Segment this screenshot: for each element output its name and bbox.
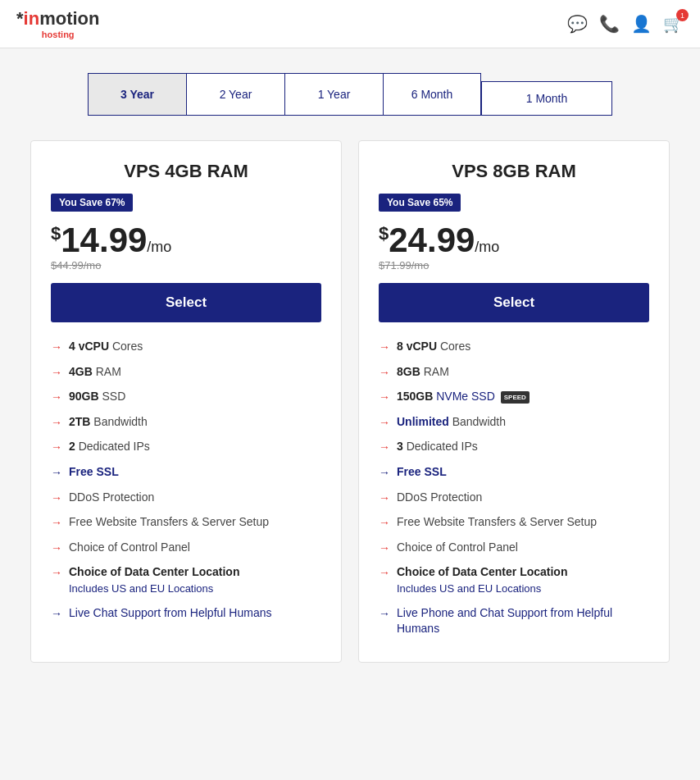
period-1year-btn[interactable]: 1 Year — [284, 73, 383, 116]
logo-sub: hosting — [16, 30, 99, 39]
feature-text: Live Chat Support from Helpful Humans — [69, 605, 271, 622]
user-icon[interactable]: 👤 — [631, 14, 652, 34]
list-item: →8 vCPU Cores — [379, 339, 649, 356]
arrow-icon: → — [51, 606, 62, 623]
arrow-icon: → — [51, 340, 62, 356]
list-item: →3 Dedicated IPs — [379, 439, 649, 456]
feature-text: 8GB RAM — [397, 364, 449, 381]
feature-text: Choice of Data Center LocationIncludes U… — [69, 564, 239, 596]
arrow-icon: → — [51, 515, 62, 531]
arrow-icon: → — [51, 365, 62, 381]
list-item: →2 Dedicated IPs — [51, 439, 321, 456]
arrow-icon: → — [51, 390, 62, 406]
plan-8gb-price-symbol: $ — [379, 223, 389, 244]
feature-text: DDoS Protection — [397, 490, 482, 506]
chat-icon[interactable]: 💬 — [567, 14, 588, 34]
list-item: →Choice of Data Center LocationIncludes … — [379, 564, 649, 596]
feature-text: DDoS Protection — [69, 490, 154, 506]
list-item: →Free SSL — [51, 464, 321, 481]
list-item: →Free SSL — [379, 464, 649, 481]
plan-8gb-price-block: $24.99/mo $71.99/mo — [379, 223, 649, 271]
list-item: →Choice of Control Panel — [379, 540, 649, 557]
feature-text: Choice of Control Panel — [397, 540, 518, 556]
plan-8gb-select-btn[interactable]: Select — [379, 283, 649, 322]
period-2year-btn[interactable]: 2 Year — [186, 73, 284, 116]
cart-badge: 1 — [676, 9, 689, 21]
header-icons: 💬 📞 👤 🛒 1 — [567, 14, 684, 34]
logo: *inmotion hosting — [16, 8, 99, 39]
arrow-icon: → — [51, 440, 62, 456]
arrow-icon: → — [379, 465, 390, 481]
list-item: →Free Website Transfers & Server Setup — [51, 514, 321, 531]
plan-4gb-price-unit: /mo — [147, 239, 171, 255]
list-item: →DDoS Protection — [379, 490, 649, 507]
plan-4gb-select-btn[interactable]: Select — [51, 283, 321, 322]
list-item: →Choice of Data Center LocationIncludes … — [51, 564, 321, 596]
list-item: →90GB SSD — [51, 389, 321, 406]
plan-4gb-features: →4 vCPU Cores →4GB RAM →90GB SSD →2TB Ba… — [51, 339, 321, 622]
period-1month-btn[interactable]: 1 Month — [481, 81, 612, 116]
plan-4gb-price-value: 14.99 — [61, 221, 147, 259]
list-item: →Live Chat Support from Helpful Humans — [51, 605, 321, 623]
list-item: →8GB RAM — [379, 364, 649, 381]
arrow-icon: → — [51, 541, 62, 557]
plan-8gb-price-value: 24.99 — [389, 221, 475, 259]
feature-text: 8 vCPU Cores — [397, 339, 470, 355]
plan-4gb-save-badge: You Save 67% — [51, 194, 133, 212]
feature-text: 2 Dedicated IPs — [69, 439, 150, 455]
period-selector: 3 Year 2 Year 1 Year 6 Month 1 Month — [0, 48, 700, 124]
plan-8gb-save-badge: You Save 65% — [379, 194, 461, 212]
plan-8gb-title: VPS 8GB RAM — [379, 161, 649, 182]
arrow-icon: → — [51, 565, 62, 582]
phone-icon[interactable]: 📞 — [599, 14, 620, 34]
arrow-icon: → — [379, 415, 390, 431]
list-item: →4 vCPU Cores — [51, 339, 321, 356]
arrow-icon: → — [379, 515, 390, 531]
feature-text: Choice of Control Panel — [69, 540, 190, 556]
period-6month-btn[interactable]: 6 Month — [383, 73, 481, 116]
feature-text: 4GB RAM — [69, 364, 121, 381]
list-item: →150GB NVMe SSD SPEED — [379, 389, 649, 406]
arrow-icon: → — [379, 440, 390, 456]
feature-text: Free SSL — [69, 464, 119, 481]
list-item: →DDoS Protection — [51, 490, 321, 507]
feature-text: 90GB SSD — [69, 389, 125, 405]
feature-text: 3 Dedicated IPs — [397, 439, 478, 455]
feature-text: 150GB NVMe SSD SPEED — [397, 389, 530, 405]
feature-text: Choice of Data Center LocationIncludes U… — [397, 564, 567, 596]
arrow-icon: → — [51, 465, 62, 481]
cards-section: VPS 4GB RAM You Save 67% $14.99/mo $44.9… — [0, 124, 700, 696]
feature-text: Free Website Transfers & Server Setup — [69, 514, 269, 531]
feature-text: 4 vCPU Cores — [69, 339, 143, 355]
plan-4gb-price-block: $14.99/mo $44.99/mo — [51, 223, 321, 271]
list-item: →Choice of Control Panel — [51, 540, 321, 557]
plan-4gb-price-symbol: $ — [51, 223, 61, 244]
feature-text: Free Website Transfers & Server Setup — [397, 514, 597, 531]
arrow-icon: → — [379, 390, 390, 406]
plan-4gb-price-original: $44.99/mo — [51, 259, 321, 271]
feature-text: Live Phone and Chat Support from Helpful… — [397, 605, 649, 637]
period-3year-btn[interactable]: 3 Year — [88, 73, 186, 116]
period-row1: 3 Year 2 Year 1 Year 6 Month — [88, 73, 481, 116]
feature-text: Free SSL — [397, 464, 447, 481]
list-item: →2TB Bandwidth — [51, 414, 321, 431]
list-item: →Unlimited Bandwidth — [379, 414, 649, 431]
plan-8gb-price-original: $71.99/mo — [379, 259, 649, 271]
arrow-icon: → — [51, 415, 62, 431]
plan-vps-8gb: VPS 8GB RAM You Save 65% $24.99/mo $71.9… — [358, 140, 670, 663]
feature-text: Unlimited Bandwidth — [397, 414, 506, 431]
plan-8gb-features: →8 vCPU Cores →8GB RAM →150GB NVMe SSD S… — [379, 339, 649, 637]
list-item: →Live Phone and Chat Support from Helpfu… — [379, 605, 649, 637]
list-item: →Free Website Transfers & Server Setup — [379, 514, 649, 531]
arrow-icon: → — [379, 490, 390, 507]
arrow-icon: → — [379, 541, 390, 557]
plan-vps-4gb: VPS 4GB RAM You Save 67% $14.99/mo $44.9… — [30, 140, 342, 663]
arrow-icon: → — [379, 606, 390, 623]
cart-icon[interactable]: 🛒 1 — [663, 14, 684, 34]
list-item: →4GB RAM — [51, 364, 321, 381]
plan-8gb-price-unit: /mo — [475, 239, 499, 255]
plan-4gb-price-main: $14.99/mo — [51, 223, 321, 258]
period-row2: 1 Month — [481, 81, 612, 116]
plan-4gb-title: VPS 4GB RAM — [51, 161, 321, 182]
arrow-icon: → — [379, 365, 390, 381]
